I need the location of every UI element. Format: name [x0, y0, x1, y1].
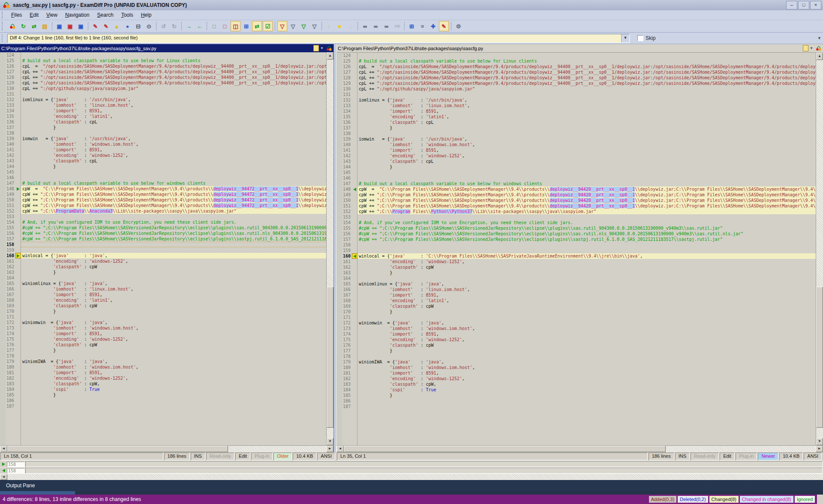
code-line-128[interactable]: 128cpL += ":/opt/sasinside/SASHome/SASDe…	[6, 75, 326, 80]
redo-icon[interactable]: ↻	[169, 21, 179, 31]
code-line-134[interactable]: 134 'iomport' : 8591,	[342, 108, 816, 114]
code-line-130[interactable]: 130cpL += ":/opt/github/saspy/java/saspy…	[342, 86, 816, 92]
code-line-131[interactable]: 131	[342, 92, 816, 97]
code-line-131[interactable]: 131	[6, 91, 326, 97]
code-line-148[interactable]: 148cpW = "C:\\Program Files\\SASHome\\SA…	[6, 186, 326, 192]
toolbar-overflow-chevron-icon[interactable]: ▼	[817, 36, 821, 40]
code-line-169[interactable]: 169 'classpath' : cpW	[342, 303, 816, 309]
code-line-151[interactable]: 151cpW += ";C:\\Program Files\\SASHome\\…	[6, 203, 326, 208]
code-line-155[interactable]: 155#cpW += ";C:\\Program Files\\SASHome\…	[342, 225, 816, 231]
code-line-169[interactable]: 169 'classpath' : cpW	[6, 303, 326, 309]
code-line-173[interactable]: 173 'iomhost' : 'windows.iom.host',	[6, 325, 326, 331]
code-line-129[interactable]: 129cpL += ":/opt/sasinside/SASHome/SASDe…	[342, 81, 816, 86]
header-dropdown-icon[interactable]: ▼	[810, 46, 813, 50]
code-line-136[interactable]: 136 'classpath' : cpL	[6, 119, 326, 125]
output-pane-tab-indicator[interactable]	[0, 491, 75, 495]
recompare-icon[interactable]: ↻	[18, 21, 28, 31]
prev-diff-icon[interactable]: ↑	[324, 21, 334, 31]
code-line-blank[interactable]	[6, 426, 326, 431]
code-line-blank[interactable]	[6, 414, 326, 420]
copy-block-right-icon[interactable]: →	[184, 21, 194, 31]
code-line-180[interactable]: 180 'iomhost' : 'windows.iom.host',	[342, 365, 816, 370]
code-line-146[interactable]: 146	[6, 175, 326, 180]
code-line-184[interactable]: 184 'sspi' : True	[6, 387, 326, 392]
code-line-157[interactable]: 157#cpW += ";C:\\Program Files\\SASHome\…	[342, 237, 816, 242]
code-line-153[interactable]: 153	[6, 214, 326, 219]
code-line-159[interactable]: 159	[6, 247, 326, 253]
find-icon[interactable]: ∞	[360, 21, 370, 31]
code-line-155[interactable]: 155#cpW += ";C:\\Program Files\\SASHome\…	[6, 225, 326, 231]
code-line-136[interactable]: 136 'classpath' : cpL	[342, 120, 816, 125]
code-line-157[interactable]: 157#cpW += ";C:\\Program Files\\SASHome\…	[6, 236, 326, 242]
code-line-blank[interactable]	[342, 443, 816, 445]
code-line-160[interactable]: 160winlocal = {'java' : 'java',	[6, 253, 326, 258]
code-line-147[interactable]: 147# build out a local classpath variabl…	[6, 180, 326, 186]
edit-mode-icon[interactable]: ✎	[439, 21, 449, 31]
skip-checkbox-group[interactable]: Skip	[637, 35, 655, 41]
sync-scroll-icon[interactable]: ⇄	[252, 21, 262, 31]
code-line-145[interactable]: 145	[6, 169, 326, 175]
code-line-126[interactable]: 126cpL = "/opt/sasinside/SASHome/SASDepl…	[342, 64, 816, 69]
code-line-142[interactable]: 142 'encoding' : 'windows-1252',	[6, 153, 326, 158]
code-line-148[interactable]: 148cpW = "C:\\Program Files\\SASHome\\SA…	[342, 186, 816, 192]
scroll-right-icon[interactable]: ►	[326, 446, 333, 452]
skip-checkbox[interactable]	[637, 35, 643, 41]
code-line-162[interactable]: 162 'classpath' : cpW	[6, 264, 326, 270]
code-line-187[interactable]: 187	[342, 404, 816, 409]
code-line-149[interactable]: 149cpW += ";C:\\Program Files\\SASHome\\…	[6, 192, 326, 197]
scroll-left-icon[interactable]: ◄	[336, 446, 344, 452]
code-line-162[interactable]: 162 'classpath' : cpW	[342, 264, 816, 270]
code-line-blank[interactable]	[6, 409, 326, 414]
code-line-186[interactable]: 186	[342, 398, 816, 404]
menu-item-navigation[interactable]: Navigation	[61, 11, 93, 19]
copy-file-icon[interactable]	[313, 45, 319, 51]
code-line-167[interactable]: 167 'iomport' : 8591,	[342, 292, 816, 298]
code-line-blank[interactable]	[342, 432, 816, 437]
code-line-141[interactable]: 141 'iomport' : 8591,	[6, 147, 326, 153]
line-pane-content[interactable]	[25, 461, 823, 467]
code-line-171[interactable]: 171	[342, 315, 816, 320]
save-second-icon[interactable]: ▣	[65, 21, 75, 31]
code-line-177[interactable]: 177 }	[6, 348, 326, 353]
line-inspector-icon[interactable]: ≡	[418, 21, 427, 31]
swap-files-icon[interactable]: ⇄	[29, 21, 39, 31]
code-line-180[interactable]: 180 'iomhost' : 'windows.iom.host',	[6, 364, 326, 370]
code-line-172[interactable]: 172winiomwin = {'java' : 'java',	[6, 320, 326, 325]
current-diff-combo[interactable]: Diff 4: Change 1 line (160, first file) …	[7, 34, 630, 43]
code-line-125[interactable]: 125# build out a local classpath variabl…	[6, 58, 326, 63]
code-line-171[interactable]: 171	[6, 314, 326, 320]
code-line-138[interactable]: 138	[6, 130, 326, 136]
print-icon[interactable]: ⊟	[133, 21, 143, 31]
code-line-179[interactable]: 179winiomIWA = {'java' : 'java',	[6, 359, 326, 364]
open-files-icon[interactable]: ▤	[40, 21, 50, 31]
code-line-150[interactable]: 150cpW += ";C:\\Program Files\\SASHome\\…	[6, 197, 326, 203]
current-diff-icon[interactable]: ■	[335, 21, 345, 31]
filter-custom-icon[interactable]: ▽	[309, 21, 319, 31]
code-line-166[interactable]: 166 'iomhost' : 'linux.iom.host',	[6, 286, 326, 292]
code-line-156[interactable]: 156#cpW += ";C:\\Program Files\\SASHome\…	[6, 231, 326, 236]
code-line-127[interactable]: 127cpL += ":/opt/sasinside/SASHome/SASDe…	[342, 69, 816, 75]
code-line-165[interactable]: 165winiomlinux = {'java' : 'java',	[342, 281, 816, 287]
code-line-175[interactable]: 175 'encoding' : 'windows-1252',	[342, 337, 816, 342]
output-pane-bar[interactable]: Output Pane	[0, 480, 823, 491]
show-identical-icon[interactable]: □	[209, 21, 219, 31]
toolbar-grip[interactable]	[2, 22, 5, 30]
code-line-124[interactable]: 124	[342, 53, 816, 58]
code-line-140[interactable]: 140 'iomhost' : 'windows.iom.host',	[6, 141, 326, 147]
code-line-178[interactable]: 178	[6, 353, 326, 359]
first-vertical-scrollbar[interactable]: ▲ ▼	[326, 52, 333, 445]
code-line-156[interactable]: 156#cpW += ";C:\\Program Files\\SASHome\…	[342, 231, 816, 237]
code-line-137[interactable]: 137 }	[6, 125, 326, 130]
menu-item-view[interactable]: View	[42, 11, 61, 19]
code-line-124[interactable]: 124	[6, 52, 326, 58]
code-line-132[interactable]: 132iomlinux = {'java' : '/usr/bin/java',	[6, 97, 326, 102]
code-line-147[interactable]: 147# build out a local classpath variabl…	[342, 181, 816, 186]
code-line-blank[interactable]	[6, 420, 326, 426]
code-line-177[interactable]: 177 }	[342, 348, 816, 354]
code-line-163[interactable]: 163 }	[342, 270, 816, 276]
code-line-163[interactable]: 163 }	[6, 270, 326, 275]
scroll-up-icon[interactable]: ▲	[327, 52, 333, 60]
close-button[interactable]: ×	[810, 1, 821, 9]
find-prev-icon[interactable]: ∞	[381, 21, 391, 31]
code-line-137[interactable]: 137 }	[342, 125, 816, 131]
